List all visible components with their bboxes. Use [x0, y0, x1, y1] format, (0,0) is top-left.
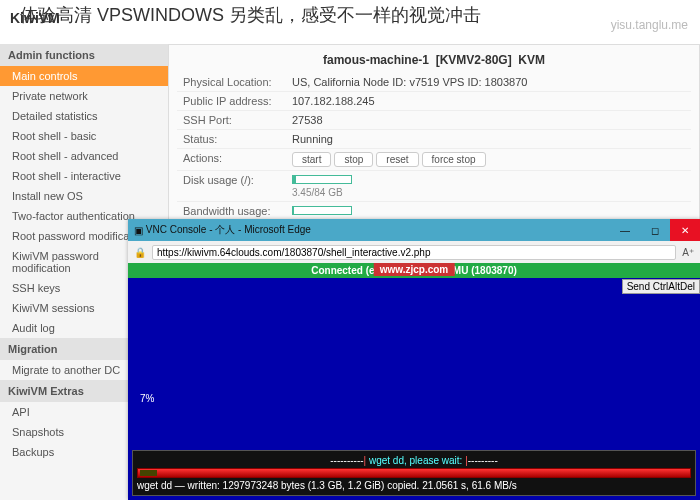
- vnc-canvas[interactable]: Connected (encrypted) to: QEMU (1803870)…: [128, 263, 700, 500]
- terminal[interactable]: ----------| wget dd, please wait: |-----…: [132, 450, 696, 496]
- actions-row: Actions: startstopresetforce stop: [177, 148, 691, 170]
- sidebar-item[interactable]: Root shell - basic: [0, 126, 168, 146]
- panel-title: famous-machine-1 [KVMV2-80G] KVM: [177, 53, 691, 67]
- minimize-button[interactable]: —: [610, 219, 640, 241]
- reader-icon[interactable]: A⁺: [682, 247, 694, 258]
- info-row: Status:Running: [177, 129, 691, 148]
- sidebar-item[interactable]: Private network: [0, 86, 168, 106]
- bw-progress: [292, 206, 352, 215]
- url-input[interactable]: [152, 245, 676, 260]
- progress-pct: 7%: [140, 393, 154, 404]
- window-icon: ▣: [134, 225, 143, 236]
- vnc-window: ▣ VNC Console - 个人 - Microsoft Edge — ◻ …: [128, 219, 700, 500]
- vnc-titlebar[interactable]: ▣ VNC Console - 个人 - Microsoft Edge — ◻ …: [128, 219, 700, 241]
- sidebar-item[interactable]: Detailed statistics: [0, 106, 168, 126]
- sidebar-item[interactable]: Root shell - advanced: [0, 146, 168, 166]
- page-banner: 体验高清 VPSWINDOWS 另类乱，感受不一样的视觉冲击: [0, 0, 700, 30]
- info-row: Public IP address:107.182.188.245: [177, 91, 691, 110]
- sidebar-item[interactable]: Main controls: [0, 66, 168, 86]
- terminal-line: wget dd — written: 1297973248 bytes (1.3…: [137, 480, 691, 491]
- disk-row: Disk usage (/): 3.45/84 GB: [177, 170, 691, 201]
- red-tag: www.zjcp.com: [374, 263, 455, 276]
- info-rows: Physical Location:US, California Node ID…: [177, 73, 691, 148]
- start-button[interactable]: start: [292, 152, 331, 167]
- info-row: SSH Port:27538: [177, 110, 691, 129]
- stop-button[interactable]: stop: [334, 152, 373, 167]
- force-stop-button[interactable]: force stop: [422, 152, 486, 167]
- watermark: yisu.tanglu.me: [611, 18, 688, 32]
- address-bar: 🔒 A⁺: [128, 241, 700, 263]
- disk-progress: [292, 175, 352, 184]
- close-button[interactable]: ✕: [670, 219, 700, 241]
- reset-button[interactable]: reset: [376, 152, 418, 167]
- send-ctrlaltdel-button[interactable]: Send CtrlAltDel: [622, 279, 700, 294]
- lock-icon: 🔒: [134, 247, 146, 258]
- action-buttons: startstopresetforce stop: [292, 152, 691, 167]
- sidebar-item[interactable]: Root shell - interactive: [0, 166, 168, 186]
- sidebar-header: Admin functions: [0, 44, 168, 66]
- maximize-button[interactable]: ◻: [640, 219, 670, 241]
- dd-progress-bar: [137, 468, 691, 478]
- sidebar-item[interactable]: Install new OS: [0, 186, 168, 206]
- info-row: Physical Location:US, California Node ID…: [177, 73, 691, 91]
